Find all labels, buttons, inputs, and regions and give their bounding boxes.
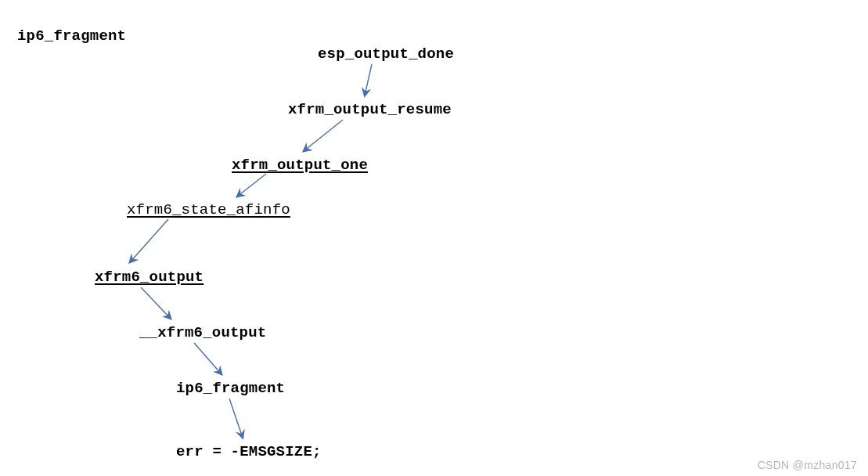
node-dunder-xfrm6-output: __xfrm6_output bbox=[139, 323, 266, 343]
node-esp-output-done: esp_output_done bbox=[318, 45, 454, 64]
watermark: CSDN @mzhan017 bbox=[758, 459, 857, 471]
node-xfrm-output-one: xfrm_output_one bbox=[232, 156, 368, 175]
arrow-afinfo-to-xfrm6out bbox=[130, 219, 168, 262]
node-ip6-fragment: ip6_fragment bbox=[176, 379, 285, 398]
arrow-one-to-afinfo bbox=[237, 174, 266, 197]
node-xfrm6-state-afinfo: xfrm6_state_afinfo bbox=[127, 200, 290, 220]
arrow-esp-to-resume bbox=[365, 64, 372, 96]
arrow-resume-to-one bbox=[304, 120, 343, 151]
node-xfrm6-output: xfrm6_output bbox=[95, 268, 203, 287]
arrow-xfrm6out-to-dunder bbox=[141, 287, 171, 319]
arrow-dunder-to-ip6frag bbox=[194, 343, 222, 374]
node-err-line: err = -EMSGSIZE; bbox=[176, 442, 322, 462]
diagram-canvas: ip6_fragment esp_output_done xfrm_output… bbox=[0, 0, 868, 476]
diagram-title: ip6_fragment bbox=[17, 27, 126, 46]
arrows-layer bbox=[0, 0, 868, 476]
arrow-ip6frag-to-err bbox=[229, 398, 243, 438]
node-xfrm-output-resume: xfrm_output_resume bbox=[288, 100, 452, 120]
